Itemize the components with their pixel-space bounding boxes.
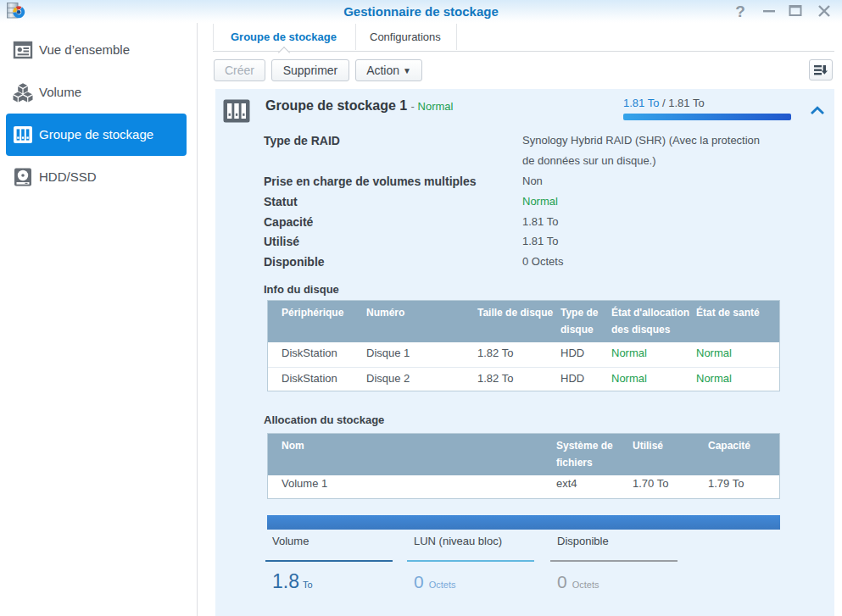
svg-text:?: ? [735,3,745,20]
